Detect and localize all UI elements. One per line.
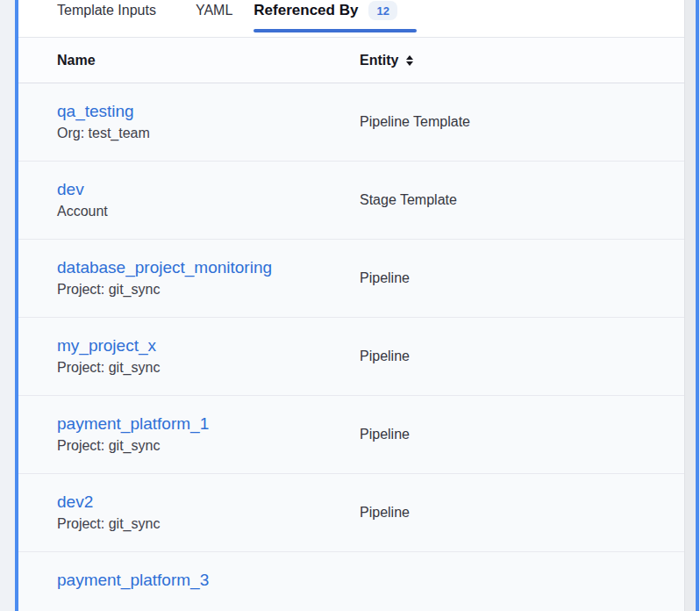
entity-cell [360, 552, 684, 611]
row-name-link[interactable]: database_project_monitoring [57, 258, 272, 277]
row-scope-label: Project: git_sync [57, 281, 360, 298]
tab-label: YAML [196, 0, 232, 21]
panel-content: Template Inputs YAML Referenced By 12 Na… [18, 0, 684, 611]
table-header: Name Entity [18, 38, 684, 83]
column-header-entity-label: Entity [360, 53, 398, 68]
referenced-by-table: Name Entity qa_testing Org: test_team [18, 37, 684, 611]
name-cell: dev Account [18, 162, 360, 239]
tab-yaml[interactable]: YAML [196, 0, 232, 37]
entity-cell: Pipeline Template [360, 83, 684, 161]
sort-down-arrow-icon [406, 61, 413, 66]
details-panel: Template Inputs YAML Referenced By 12 Na… [15, 0, 699, 611]
column-header-entity[interactable]: Entity [360, 53, 684, 68]
column-header-name: Name [18, 53, 360, 68]
template-details-screen: Template Inputs YAML Referenced By 12 Na… [0, 0, 700, 611]
row-scope-label: Project: git_sync [57, 359, 360, 377]
tab-referenced-by[interactable]: Referenced By 12 [254, 0, 417, 37]
table-row: qa_testing Org: test_team Pipeline Templ… [18, 83, 684, 162]
table-row: database_project_monitoring Project: git… [18, 240, 684, 318]
table-row: payment_platform_3 [18, 552, 684, 611]
row-scope-label: Project: git_sync [57, 515, 360, 533]
row-scope-label: Project: git_sync [57, 437, 360, 455]
name-cell: payment_platform_3 [18, 552, 360, 611]
table-row: dev Account Stage Template [18, 162, 684, 240]
entity-cell: Pipeline [360, 474, 684, 551]
tab-template-inputs[interactable]: Template Inputs [57, 0, 156, 37]
row-name-link[interactable]: my_project_x [57, 336, 156, 356]
tab-label: Referenced By [254, 0, 358, 21]
table-row: payment_platform_1 Project: git_sync Pip… [18, 396, 684, 474]
name-cell: database_project_monitoring Project: git… [18, 240, 360, 317]
entity-cell: Pipeline [360, 396, 684, 473]
row-scope-label: Account [57, 203, 360, 220]
tab-bar: Template Inputs YAML Referenced By 12 [18, 0, 684, 37]
table-row: my_project_x Project: git_sync Pipeline [18, 318, 684, 396]
name-cell: dev2 Project: git_sync [18, 474, 360, 551]
entity-cell: Pipeline [360, 240, 684, 317]
row-scope-label [57, 593, 360, 611]
entity-cell: Pipeline [360, 318, 684, 395]
row-name-link[interactable]: payment_platform_3 [57, 571, 209, 590]
sort-up-arrow-icon [406, 55, 413, 60]
tab-label: Template Inputs [57, 0, 156, 21]
name-cell: qa_testing Org: test_team [18, 83, 360, 161]
sort-icon[interactable] [406, 55, 413, 66]
row-name-link[interactable]: dev [57, 180, 84, 199]
entity-cell: Stage Template [360, 162, 684, 239]
name-cell: my_project_x Project: git_sync [18, 318, 360, 395]
table-row: dev2 Project: git_sync Pipeline [18, 474, 684, 552]
row-scope-label: Org: test_team [57, 125, 360, 142]
name-cell: payment_platform_1 Project: git_sync [18, 396, 360, 473]
row-name-link[interactable]: qa_testing [57, 102, 134, 121]
vertical-scrollbar[interactable] [684, 0, 696, 611]
row-name-link[interactable]: payment_platform_1 [57, 414, 209, 434]
row-name-link[interactable]: dev2 [57, 492, 93, 512]
referenced-count-badge: 12 [368, 1, 396, 20]
